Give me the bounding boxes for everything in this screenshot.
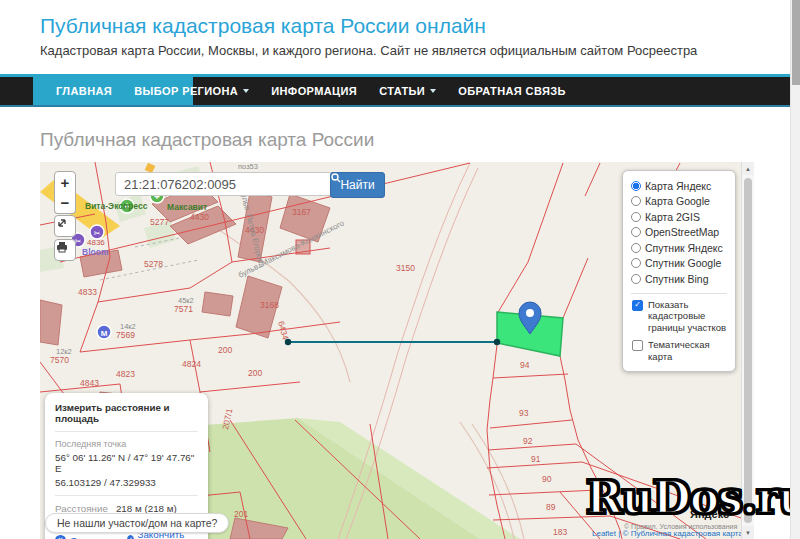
cadastral-search-input[interactable] [115,172,337,196]
nav-item-articles[interactable]: СТАТЬИ [368,77,447,105]
scroll-down-button[interactable]: ▼ [742,526,754,539]
parcel-label: 3167 [292,207,311,217]
check-glyph: ✓ [634,300,641,310]
layers-panel: Карта Яндекс Карта Google Карта 2GIS Ope… [622,170,736,372]
cancel-label: Отменить [70,535,115,539]
chevron-down-icon [243,89,249,93]
parcel-label: 4823 [116,369,135,379]
parcel-label: 94 [520,360,530,370]
layer-option-osm[interactable]: OpenStreetMap [631,225,727,241]
search-button-label: Найти [340,178,374,192]
arrow-up-icon: ▲ [745,166,751,172]
radio-icon[interactable] [631,274,641,284]
cancel-circle-icon: ✕ [55,535,66,539]
svg-text:✂: ✂ [94,229,101,238]
layer-option-2gis-map[interactable]: Карта 2GIS [631,209,727,225]
zoom-out-label: − [61,194,70,211]
parcel-label: 4824 [182,359,201,369]
poi-label-maksavit: Максавит [167,202,207,212]
zoom-out-button[interactable]: − [54,192,76,214]
salon-scissors-icon[interactable]: ✂ [90,225,104,239]
radio-icon[interactable] [631,258,641,268]
scroll-up-button[interactable]: ▲ [742,162,754,175]
parcel-label: 200 [218,345,232,355]
panel-divider [631,293,727,294]
coords-dms: 56° 06' 11.26" N / 47° 19' 47.76" E [55,452,198,474]
coords-decimal: 56.103129 / 47.329933 [55,477,198,488]
measure-line [285,339,500,345]
parcel-label: 201 [234,509,248,519]
page: Публичная кадастровая карта России онлай… [0,0,800,539]
rudos-watermark: RuDos.ru [586,472,800,523]
print-button[interactable] [54,239,76,261]
nav-item-feedback[interactable]: ОБРАТНАЯ СВЯЗЬ [447,77,577,105]
parcel-label: 6434 [276,320,291,341]
radio-icon[interactable] [631,227,641,237]
page-title: Публичная кадастровая карта России [40,129,374,151]
house-label: 14к2 [120,322,136,331]
search-button[interactable]: Найти [330,172,385,198]
nav-item-region-label: ВЫБОР РЕГИОНА [134,85,238,97]
poi-label-4836: 4836 [87,238,105,247]
parcel-label: 5277 [150,217,169,227]
main-nav: ГЛАВНАЯ ВЫБОР РЕГИОНА ИНФОРМАЦИЯ СТАТЬИ … [0,74,790,107]
layer-label: Карта Яндекс [645,180,711,192]
check-circle-icon: ✓ [127,535,134,539]
radio-icon[interactable] [631,196,641,206]
checkbox-unchecked-icon[interactable] [632,340,643,351]
layer-option-yandex-map[interactable]: Карта Яндекс [631,178,727,194]
zoom-in-button[interactable]: + [54,171,76,193]
house-label: 45к2 [178,296,194,305]
parcel-label: 3168 [260,300,279,310]
layer-option-yandex-sat[interactable]: Спутник Яндекс [631,240,727,256]
chevron-down-icon [430,89,436,93]
parcel-label: 91 [531,454,541,464]
layer-label: Карта 2GIS [645,211,700,223]
site-title[interactable]: Публичная кадастровая карта России онлай… [40,14,486,38]
checkbox-thematic-map[interactable]: Тематическая карта [631,339,727,363]
radio-icon[interactable] [631,212,641,222]
parcel-label: 4430 [190,212,209,222]
page-vertical-scrollbar[interactable] [790,0,800,539]
nav-item-region-select[interactable]: ВЫБОР РЕГИОНА [123,77,260,105]
parcel-label: 5278 [144,259,163,269]
parcel-label: 7571 [174,304,193,314]
printer-icon [55,240,69,254]
last-point-label: Последняя точка [55,439,198,449]
page-scrollbar-thumb[interactable] [792,0,800,85]
layer-option-google-map[interactable]: Карта Google [631,194,727,210]
nav-item-info-label: ИНФОРМАЦИЯ [271,85,357,97]
checkbox-show-boundaries[interactable]: ✓Показать кадастровые границы участков [631,299,727,335]
radio-icon[interactable] [631,243,641,253]
layer-option-bing-sat[interactable]: Спутник Bing [631,271,727,287]
cancel-measure-button[interactable]: ✕Отменить [55,535,115,539]
layer-option-google-sat[interactable]: Спутник Google [631,256,727,272]
layer-label: Спутник Bing [645,273,709,285]
nav-item-information[interactable]: ИНФОРМАЦИЯ [260,77,368,105]
radio-selected-icon[interactable] [631,181,641,191]
parcel-label: 183 [553,527,567,537]
layer-label: Карта Google [645,195,710,207]
parcel-label: 90 [542,474,552,484]
layer-label: OpenStreetMap [645,226,719,238]
leaflet-attribution-link[interactable]: Leaflet | © Публичная кадастровая карта,… [592,529,741,538]
expand-arrows-icon [55,216,69,230]
house-label: поз53 [238,162,258,171]
poi-label-vita: Вита-Экспресс [85,201,148,211]
not-found-parcel-button[interactable]: Не нашли участок/дом на карте? [45,513,229,533]
divider [55,495,198,496]
nav-item-articles-label: СТАТЬИ [379,85,425,97]
divider [55,431,198,432]
arrow-down-icon: ▼ [745,530,751,536]
site-subtitle: Кадастровая карта России, Москвы, и кажд… [40,43,697,58]
nav-item-home[interactable]: ГЛАВНАЯ [45,77,123,105]
parcel-label: 4843 [80,378,99,388]
parcel-label: 89 [546,502,556,512]
parcel-label: 4833 [78,287,97,297]
checkbox-label: Показать кадастровые границы участков [648,299,727,335]
fullscreen-button[interactable] [54,215,76,237]
checkbox-checked-icon[interactable]: ✓ [632,300,643,311]
parcel-label: 7569 [116,330,135,340]
parcel-label: 93 [519,408,529,418]
metro-icon[interactable]: М [97,325,111,339]
